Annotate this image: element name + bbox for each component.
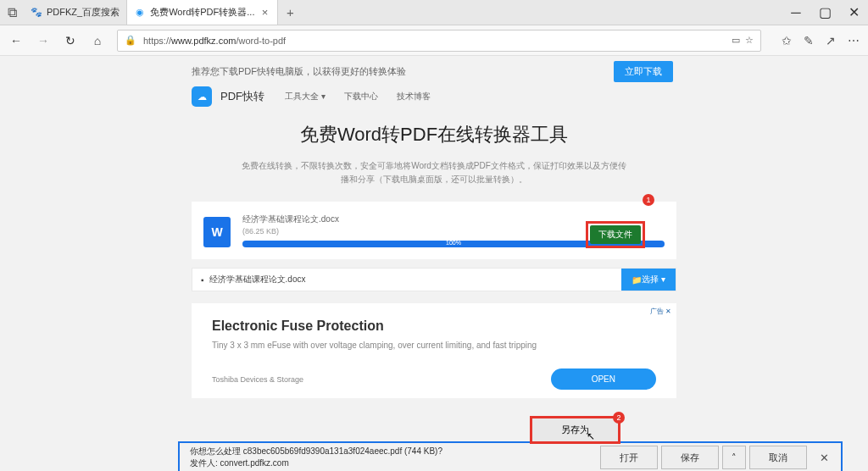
document-icon: ▪	[201, 275, 204, 285]
word-file-icon: W	[203, 217, 231, 247]
favorites-icon[interactable]: ✩	[782, 34, 792, 47]
dlbar-save-chevron[interactable]: ˄	[722, 446, 746, 469]
window-close-button[interactable]: ✕	[839, 0, 868, 25]
ad-label[interactable]: 广告 ✕	[650, 307, 671, 316]
home-button[interactable]: ⌂	[90, 34, 105, 47]
save-as-label: 另存为	[561, 424, 589, 435]
download-bar: 你想怎么处理 c83bec605b69fd9390a131a3f024aeec.…	[178, 441, 843, 471]
new-tab-button[interactable]: +	[278, 0, 302, 25]
tab-baidu[interactable]: 🐾 PDFKZ_百度搜索	[24, 0, 127, 25]
progress-value: 100%	[446, 240, 461, 246]
nav-blog[interactable]: 技术博客	[397, 91, 431, 103]
promo-download-button[interactable]: 立即下载	[614, 61, 673, 82]
promo-text: 推荐您下载PDF快转电脑版，以获得更好的转换体验	[192, 65, 406, 78]
tab-title: PDFKZ_百度搜索	[47, 6, 120, 19]
file-list-row: ▪ 经济学基础课程论文.docx 📁 选择 ▾	[192, 268, 676, 291]
tab-pdfkz[interactable]: ◉ 免费Word转PDF转换器... ×	[127, 0, 278, 25]
conversion-card: 1 W 经济学基础课程论文.docx (86.25 KB) 100% 下载文件	[192, 202, 676, 259]
nav-tools[interactable]: 工具大全 ▾	[285, 91, 326, 103]
favorite-icon[interactable]: ☆	[745, 35, 754, 46]
favicon-baidu: 🐾	[31, 7, 42, 19]
callout-badge-2: 2	[613, 412, 625, 424]
dlbar-open-button[interactable]: 打开	[600, 446, 658, 469]
site-logo-icon[interactable]: ☁	[192, 86, 212, 107]
page-content: 推荐您下载PDF快转电脑版，以获得更好的转换体验 立即下载 ☁ PDF快转 工具…	[0, 56, 868, 471]
tabs-overview-icon[interactable]: ⧉	[0, 5, 24, 20]
dlbar-save-button[interactable]: 保存	[661, 446, 719, 469]
notes-icon[interactable]: ✎	[804, 34, 814, 47]
nav-download[interactable]: 下载中心	[344, 91, 378, 103]
share-icon[interactable]: ↗	[826, 34, 836, 47]
tab-title: 免费Word转PDF转换器...	[150, 6, 254, 19]
window-maximize-button[interactable]: ▢	[810, 0, 839, 25]
download-file-button[interactable]: 下载文件	[590, 225, 641, 244]
refresh-button[interactable]: ↻	[63, 34, 78, 47]
ad-card: 广告 ✕ Electronic Fuse Protection Tiny 3 x…	[192, 303, 676, 398]
favicon-pdfkz: ◉	[134, 7, 146, 19]
file-list-item: 经济学基础课程论文.docx	[209, 274, 306, 285]
window-titlebar: ⧉ 🐾 PDFKZ_百度搜索 ◉ 免费Word转PDF转换器... × + ─ …	[0, 0, 868, 25]
callout-1: 下载文件	[586, 221, 645, 248]
reader-icon[interactable]: ▭	[732, 35, 740, 46]
save-as-popup[interactable]: 2 另存为	[530, 416, 620, 444]
ad-subtitle: Tiny 3 x 3 mm eFuse with over voltage cl…	[212, 341, 656, 350]
ad-title: Electronic Fuse Protection	[212, 319, 656, 334]
ad-brand: Toshiba Devices & Storage	[212, 375, 303, 384]
close-tab-icon[interactable]: ×	[259, 7, 270, 19]
dlbar-cancel-button[interactable]: 取消	[749, 446, 807, 469]
dlbar-close-button[interactable]: ✕	[810, 446, 837, 469]
more-icon[interactable]: ⋯	[848, 34, 860, 47]
url-input[interactable]: 🔒 https://www.pdfkz.com/word-to-pdf ▭ ☆	[117, 30, 761, 52]
select-file-button[interactable]: 📁 选择 ▾	[621, 269, 676, 291]
cursor-icon: ↖	[587, 430, 595, 442]
site-brand[interactable]: PDF快转	[220, 89, 264, 104]
lock-icon: 🔒	[125, 35, 136, 46]
window-minimize-button[interactable]: ─	[782, 0, 810, 25]
address-bar: ← → ↻ ⌂ 🔒 https://www.pdfkz.com/word-to-…	[0, 25, 868, 56]
back-button[interactable]: ←	[8, 34, 24, 47]
page-subtitle: 免费在线转换，不限转换次数，安全可靠地将Word文档转换成PDF文件格式，保证打…	[239, 159, 629, 186]
callout-badge-1: 1	[643, 194, 654, 206]
forward-button[interactable]: →	[36, 34, 51, 47]
ad-open-button[interactable]: OPEN	[551, 368, 656, 390]
page-title: 免费Word转PDF在线转换器工具	[0, 122, 868, 147]
